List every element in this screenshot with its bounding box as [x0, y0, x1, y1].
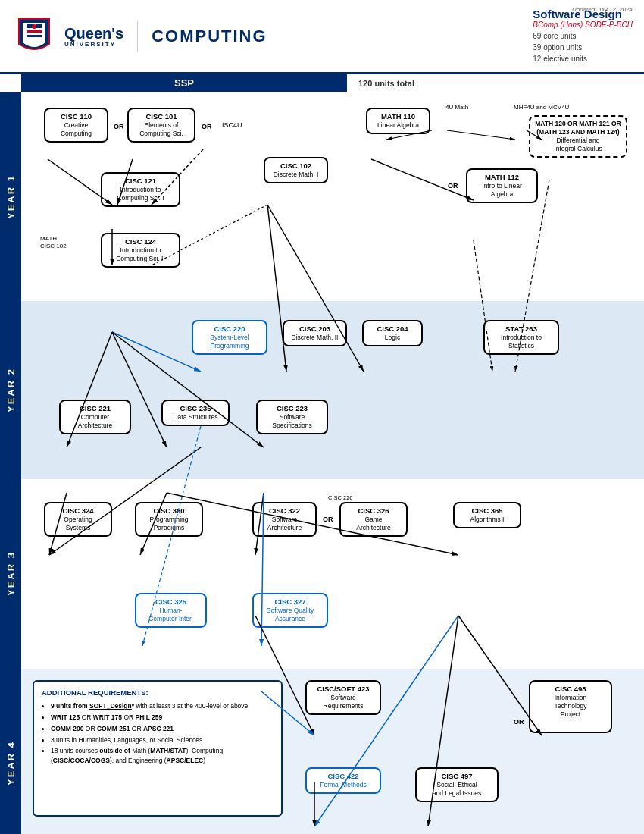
course-cisc110: CISC 110 Creative Computing: [44, 108, 108, 143]
main-content: YEAR 1 CISC 110 Creative Computing OR CI…: [0, 92, 644, 834]
year3-section: YEAR 3 CISC 324 Operating Systems CISC 3…: [0, 479, 644, 669]
program-degree: BComp (Hons) SODE-P-BCH: [533, 20, 633, 29]
year2-section: YEAR 2 CISC 220 System-Level Programming…: [0, 301, 644, 479]
additional-requirements: ADDITIONAL REQUIREMENTS: 9 units from SO…: [33, 680, 283, 817]
course-math120: MATH 120 OR MATH 121 OR (MATH 123 AND MA…: [529, 115, 627, 158]
svg-rect-3: [27, 30, 42, 33]
course-cisc327: CISC 327 Software Quality Assurance: [252, 593, 328, 628]
updated-text: Updated July 12, 2024: [572, 6, 633, 13]
or-label-1: OR: [114, 123, 124, 130]
course-cisc365: CISC 365 Algorithms I: [453, 502, 521, 528]
math-cisc102-note: MATH CISC 102: [40, 235, 67, 251]
ssp-bar: SSP 120 units total: [0, 74, 644, 92]
isc4u-label: ISC4U: [222, 121, 242, 129]
year3-content: CISC 324 Operating Systems CISC 360 Prog…: [21, 479, 644, 669]
year2-content: CISC 220 System-Level Programming CISC 2…: [21, 301, 644, 479]
course-cisc324: CISC 324 Operating Systems: [44, 502, 112, 537]
header-right: Software Design BComp (Hons) SODE-P-BCH …: [533, 8, 633, 64]
course-cisc360: CISC 360 Programming Paradigms: [135, 502, 203, 537]
or-label-2: OR: [202, 123, 212, 130]
department-label: COMPUTING: [152, 27, 267, 46]
year2-label: YEAR 2: [0, 301, 21, 479]
cisc226-note: CISC 226: [328, 494, 353, 501]
additional-req-title: ADDITIONAL REQUIREMENTS:: [42, 688, 274, 698]
course-cisc326: CISC 326 Game Architecture: [339, 502, 408, 537]
year4-label: YEAR 4: [0, 669, 21, 834]
4u-math-note: 4U Math: [445, 104, 468, 111]
year3-label: YEAR 3: [0, 479, 21, 669]
svg-rect-1: [27, 24, 33, 28]
course-cisc-soft-423: CISC/SOFT 423 Software Requirements: [305, 680, 381, 715]
course-math110: MATH 110 Linear Algebra: [366, 108, 430, 134]
course-cisc235: CISC 235 Data Structures: [161, 400, 230, 426]
year1-content: CISC 110 Creative Computing OR CISC 101 …: [21, 92, 644, 301]
course-cisc124: CISC 124 Introduction to Computing Sci. …: [101, 233, 180, 268]
course-cisc325: CISC 325 Human- Computer Inter.: [135, 593, 207, 628]
course-cisc322: CISC 322 Software Architecture: [252, 502, 317, 537]
course-cisc101: CISC 101 Elements of Computing Sci.: [127, 108, 195, 143]
course-cisc121: CISC 121 Introduction to Computing Sci. …: [101, 172, 180, 207]
course-cisc422: CISC 422 Formal Methods: [305, 767, 381, 794]
additional-req-list: 9 units from SOFT_Design* with at least …: [42, 701, 274, 766]
logo-area: Queen's UNIVERSITY COMPUTING: [11, 15, 267, 57]
course-math112: MATH 112 Intro to Linear Algebra: [466, 168, 538, 203]
course-cisc221: CISC 221 Computer Architecture: [59, 400, 131, 434]
university-name: Queen's: [64, 25, 123, 42]
or-math: OR: [448, 182, 458, 190]
course-stat263: STAT 263 Introduction to Statistics: [483, 320, 559, 355]
course-cisc204: CISC 204 Logic: [362, 320, 423, 346]
course-cisc102: CISC 102 Discrete Math. I: [264, 157, 328, 183]
queens-logo: [11, 15, 57, 57]
year1-section: YEAR 1 CISC 110 Creative Computing OR CI…: [0, 92, 644, 301]
course-cisc498: CISC 498 Information Technology Project: [529, 680, 612, 733]
university-sub: UNIVERSITY: [64, 41, 123, 48]
or-cisc322: OR: [323, 516, 333, 523]
header: Queen's UNIVERSITY COMPUTING Software De…: [0, 0, 644, 74]
course-cisc220: CISC 220 System-Level Programming: [192, 320, 267, 355]
course-cisc223: CISC 223 Software Specifications: [256, 400, 328, 434]
total-units: 120 units total: [358, 79, 414, 88]
svg-point-5: [32, 24, 36, 29]
svg-rect-2: [36, 24, 42, 28]
program-units: 69 core units 39 option units 12 electiv…: [533, 30, 633, 64]
mhf4u-note: MHF4U and MCV4U: [514, 104, 569, 111]
year1-label: YEAR 1: [0, 92, 21, 301]
ssp-label: SSP: [154, 74, 214, 92]
course-cisc203: CISC 203 Discrete Math. II: [283, 320, 347, 346]
or-cisc498: OR: [514, 718, 524, 726]
svg-rect-4: [27, 35, 42, 37]
year4-content: ADDITIONAL REQUIREMENTS: 9 units from SO…: [21, 669, 644, 834]
year4-section: YEAR 4 ADDITIONAL REQUIREMENTS: 9 units …: [0, 669, 644, 834]
course-cisc497: CISC 497 Social, Ethical and Legal Issue…: [415, 767, 499, 802]
